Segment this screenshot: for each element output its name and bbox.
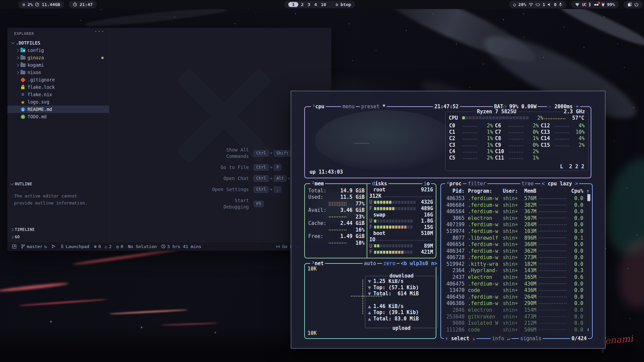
process-row[interactable]: 406450.ferdium-wshin+264M0.0 (444, 294, 583, 300)
process-row[interactable]: 406564.ferdium-wshin+367M0.0 (444, 208, 583, 215)
timeline-section-header[interactable]: TIMELINE (7, 226, 109, 233)
go-section-header[interactable]: GO (7, 233, 109, 241)
process-row[interactable]: 406347.ferdium-wshin+362M0.0 (444, 248, 583, 254)
process-row[interactable]: 406654.ferdium-wshin+368M0.0 (444, 241, 583, 247)
bar-segment (410, 220, 413, 223)
header-cpu[interactable]: Cpu% (569, 188, 583, 194)
core-name: C4 (449, 148, 462, 155)
process-mem: 264M (522, 294, 536, 300)
process-row[interactable]: 406684.ferdium-wshin+382M0.0 (444, 202, 583, 208)
bar-segment (386, 251, 388, 254)
session-widget[interactable] (624, 1, 643, 8)
process-row[interactable]: 407199.ferdium-wshin+284M0.0 (444, 222, 583, 228)
outline-section-header[interactable]: OUTLINE (7, 180, 109, 188)
process-mem: 436M (522, 287, 536, 293)
core-graph (508, 125, 524, 127)
info-icon: i (20, 107, 25, 112)
git-branch-indicator[interactable]: master ↻ (21, 244, 47, 249)
city-light-streak (0, 282, 69, 293)
net-zero-toggle[interactable]: zero (382, 260, 397, 267)
process-row[interactable]: 8077.librewolfshin+896M0.1 (444, 235, 583, 241)
system-stats-widget[interactable]: ⚙ 2% 11.44GB (18, 1, 64, 8)
process-row[interactable]: 406475.ferdium-wshin+430M0.0 (444, 281, 583, 287)
process-row[interactable]: 519942.kitty-wrashin+182M0.0 (444, 261, 583, 267)
menu-button[interactable]: menu (341, 103, 356, 110)
tree-item-flake-lock[interactable]: flake.lock (7, 83, 109, 91)
ports-indicator[interactable]: ◎ 0 (116, 244, 123, 249)
core-name: C5 (449, 155, 462, 161)
header-program[interactable]: Program: (468, 188, 503, 194)
tree-item-README-md[interactable]: iREADME.md (7, 106, 109, 113)
mem-box-title[interactable]: ²mem (310, 180, 325, 187)
tree-item--gitignore[interactable]: .gitignore (7, 76, 109, 83)
signals-control[interactable]: signals (519, 335, 543, 342)
clock-widget[interactable]: 21:47 (69, 1, 97, 8)
tree-root-dotfiles[interactable]: .DOTFILES (7, 39, 109, 47)
process-cpu: 0.0 (569, 314, 583, 320)
select-control[interactable]: ↑ select ↓ (444, 335, 477, 342)
net-interface-selector[interactable]: <b wlp3s0 n> (399, 260, 438, 267)
tree-item-kogami[interactable]: kogami (7, 61, 109, 69)
process-row[interactable]: 253640gitkrakenshin+473M0.0 (444, 313, 583, 319)
bar-segment (401, 201, 404, 204)
process-row[interactable]: 406728.ferdium-wshin+273M0.0 (444, 254, 583, 260)
solution-indicator[interactable]: No Solution (128, 244, 157, 249)
download-arrow-icon: ▼ (368, 291, 373, 297)
cpu-usage: 2% (28, 2, 33, 7)
proc-tree-toggle[interactable]: tree (520, 180, 535, 187)
explorer-more-button[interactable]: ··· (94, 28, 104, 35)
header-user[interactable]: User: (503, 188, 522, 194)
tree-item-TODO-md[interactable]: ✓TODO.md (7, 113, 109, 120)
preset-button[interactable]: preset * (360, 103, 387, 110)
svg-icon: * (20, 98, 25, 106)
disk-name: boot (369, 230, 385, 236)
workspace-2[interactable]: 2 (299, 2, 306, 7)
tree-item-ginoza[interactable]: ginoza (7, 54, 109, 61)
errors-indicator[interactable]: ⊗ 0 ⚠ 2 (94, 244, 111, 249)
process-pid: 406353 (444, 195, 465, 201)
remote-indicator[interactable] (12, 244, 16, 249)
controls-widget[interactable]: ○ 20% 1 0 (509, 1, 566, 8)
process-row[interactable]: 406386.ferdium-wshin+290M0.0 (444, 300, 583, 306)
bar-segment (377, 201, 379, 204)
process-row[interactable]: 2364.Hyprland-shin+143M0.3 (444, 267, 583, 274)
time-tracker[interactable]: 3 hrs 41 mins (161, 244, 201, 249)
process-row[interactable]: 2437electronshin+165M0.6 (444, 274, 583, 280)
proc-filter-button[interactable]: filter (467, 180, 487, 187)
net-auto-toggle[interactable]: auto (363, 260, 377, 267)
process-row[interactable]: 111286codeshin+506M0.0 (444, 327, 583, 333)
tree-item-config[interactable]: config (7, 47, 109, 54)
tree-item-nixos[interactable]: nixos (7, 69, 109, 76)
header-mem[interactable]: MemB (522, 188, 536, 194)
process-row[interactable]: 2846electronshin+154M0.0 (444, 307, 583, 313)
process-row[interactable]: 13470codeshin+436M0.0 (444, 287, 583, 293)
bar-segment (377, 226, 379, 229)
bar-segment (380, 207, 382, 210)
sort-direction-icon[interactable]: ↑ (586, 188, 589, 194)
info-control[interactable]: info ↵ (491, 335, 512, 342)
process-row[interactable]: 3065electronshin+507M0.0 (444, 215, 583, 221)
process-cpu: 0.0 (569, 248, 583, 254)
proc-sort-control[interactable]: < cpu lazy > (540, 180, 579, 187)
cpu-box-title[interactable]: ¹cpu (311, 103, 326, 110)
workspace-10[interactable]: 10 (319, 2, 328, 7)
workspace-3[interactable]: 3 (306, 2, 312, 7)
cpu-core-row: C144% (541, 135, 585, 142)
git-graph-indicator[interactable] (52, 244, 56, 249)
scroll-down-icon[interactable]: ↓ (587, 326, 590, 332)
tray-widget[interactable]: UC ᛒ 99% (571, 1, 619, 8)
proc-box-title[interactable]: ⁴proc (445, 180, 463, 187)
process-row[interactable]: 406353.ferdium-wshin+576M0.0 (444, 195, 583, 201)
proc-table-header[interactable]: Pid: Program: User: MemB Cpu% (444, 188, 583, 194)
tree-item-flake-nix[interactable]: ❄flake.nix (7, 91, 109, 98)
process-pid: 8077 (444, 235, 465, 241)
launchpad-button[interactable]: Launchpad (60, 244, 89, 249)
workspace-1[interactable]: 1 (288, 2, 298, 7)
process-row[interactable]: 9080Isolated Wshin+212M0.0 (444, 320, 583, 326)
timeline-title: TIMELINE (15, 227, 35, 232)
proc-scrollbar-thumb[interactable] (587, 194, 590, 201)
workspace-4[interactable]: 4 (312, 2, 319, 7)
tree-item-logo-svg[interactable]: *logo.svg (7, 98, 109, 106)
process-row[interactable]: 519974.ferdium-wshin+103M0.0 (444, 228, 583, 234)
header-pid[interactable]: Pid: (444, 188, 465, 194)
